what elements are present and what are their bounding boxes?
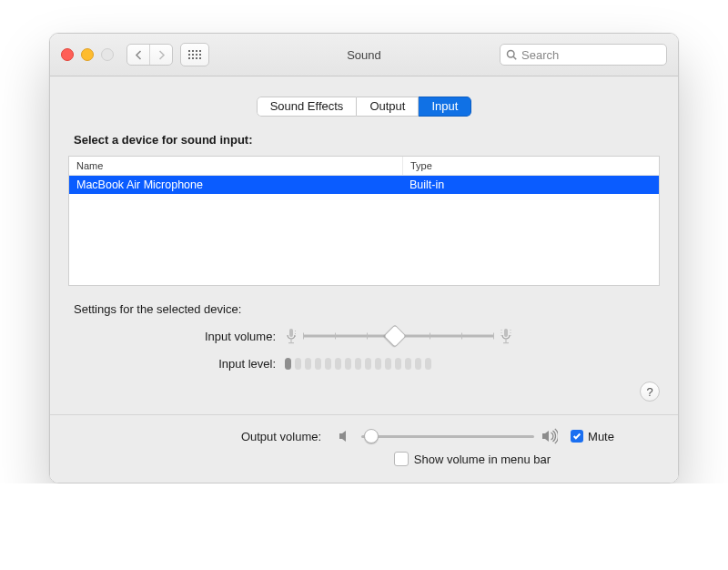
window-traffic-lights — [61, 48, 114, 61]
output-volume-row: Output volume: Mute — [68, 428, 660, 444]
mute-checkbox[interactable]: Mute — [571, 430, 614, 443]
search-placeholder: Search — [521, 48, 559, 62]
back-button[interactable] — [127, 45, 149, 65]
svg-point-0 — [508, 51, 515, 58]
svg-rect-8 — [505, 339, 506, 342]
table-header-row: Name Type — [69, 157, 659, 176]
svg-rect-3 — [288, 342, 294, 343]
input-volume-row: Input volume: — [68, 325, 660, 347]
svg-rect-2 — [290, 339, 291, 342]
nav-buttons — [126, 44, 173, 66]
mute-label: Mute — [588, 430, 614, 443]
level-segment — [285, 358, 291, 370]
table-row[interactable]: MacBook Air Microphone Built-in — [69, 176, 659, 194]
forward-button[interactable] — [149, 45, 172, 65]
level-segment — [325, 358, 331, 370]
column-header-type[interactable]: Type — [403, 157, 659, 175]
level-segment — [405, 358, 411, 370]
speaker-loud-icon — [541, 428, 558, 444]
device-name: MacBook Air Microphone — [69, 176, 402, 194]
level-segment — [385, 358, 391, 370]
settings-header: Settings for the selected device: — [74, 302, 660, 316]
level-segment — [365, 358, 371, 370]
speaker-quiet-icon — [338, 428, 354, 444]
content-area: Sound Effects Output Input Select a devi… — [50, 76, 678, 483]
show-volume-menubar-label: Show volume in menu bar — [414, 453, 551, 466]
level-segment — [315, 358, 321, 370]
sound-preferences-window: Sound Search Sound Effects Output Input … — [49, 33, 679, 483]
level-segment — [395, 358, 401, 370]
level-segment — [375, 358, 381, 370]
titlebar: Sound Search — [50, 34, 678, 76]
tab-sound-effects[interactable]: Sound Effects — [257, 97, 358, 117]
svg-rect-10 — [501, 330, 502, 331]
tab-output[interactable]: Output — [357, 97, 419, 117]
device-type: Built-in — [402, 176, 659, 194]
input-level-row: Input level: — [68, 352, 660, 374]
column-header-name[interactable]: Name — [69, 157, 403, 175]
svg-rect-15 — [511, 335, 511, 336]
input-volume-slider[interactable] — [303, 328, 494, 344]
input-volume-label: Input volume: — [68, 330, 285, 343]
input-device-table: Name Type MacBook Air Microphone Built-i… — [68, 156, 660, 286]
table-empty-area — [69, 194, 659, 285]
svg-rect-4 — [295, 331, 296, 331]
close-window-button[interactable] — [61, 48, 74, 61]
svg-rect-6 — [295, 336, 296, 337]
tab-input[interactable]: Input — [419, 97, 471, 117]
device-list-header: Select a device for sound input: — [74, 133, 660, 147]
level-segment — [345, 358, 351, 370]
input-level-label: Input level: — [68, 357, 285, 371]
microphone-loud-icon — [500, 328, 512, 344]
help-button[interactable]: ? — [640, 382, 660, 402]
grid-icon — [188, 50, 201, 59]
svg-rect-14 — [511, 332, 511, 333]
tab-group: Sound Effects Output Input — [68, 97, 660, 117]
search-icon — [506, 49, 517, 60]
svg-rect-9 — [503, 342, 509, 343]
input-level-meter — [285, 358, 431, 370]
microphone-quiet-icon — [285, 328, 298, 344]
svg-rect-7 — [504, 329, 508, 337]
show-all-button[interactable] — [180, 43, 209, 66]
level-segment — [295, 358, 301, 370]
output-volume-slider[interactable] — [361, 429, 534, 443]
divider — [50, 414, 678, 415]
level-segment — [415, 358, 421, 370]
zoom-window-button[interactable] — [101, 48, 114, 61]
level-segment — [425, 358, 431, 370]
level-segment — [355, 358, 361, 370]
svg-rect-13 — [511, 330, 511, 331]
level-segment — [335, 358, 341, 370]
svg-rect-11 — [501, 332, 502, 333]
svg-rect-12 — [501, 335, 502, 336]
minimize-window-button[interactable] — [81, 48, 94, 61]
output-volume-label: Output volume: — [114, 430, 330, 443]
level-segment — [305, 358, 311, 370]
svg-rect-1 — [289, 329, 293, 337]
search-field[interactable]: Search — [500, 44, 667, 66]
show-volume-menubar-checkbox[interactable]: Show volume in menu bar — [394, 452, 551, 466]
svg-rect-5 — [295, 333, 296, 334]
